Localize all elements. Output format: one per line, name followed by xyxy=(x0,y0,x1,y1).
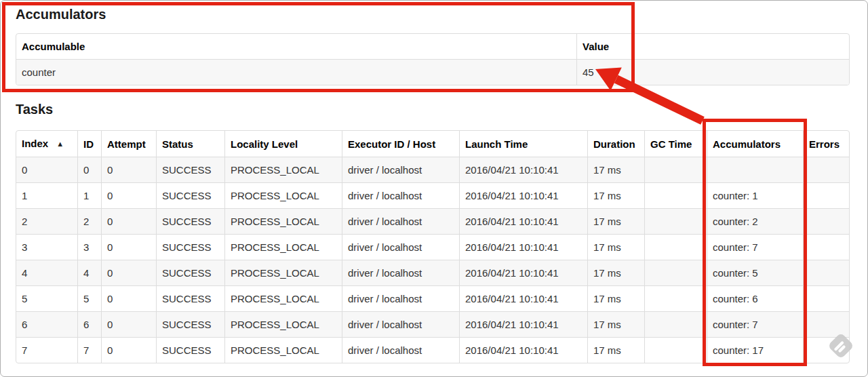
task-accumulators-cell: counter: 1 xyxy=(707,182,803,208)
task-id-cell: 6 xyxy=(77,311,101,337)
tasks-table-container: Index▲ ID Attempt Status Locality Level … xyxy=(16,130,850,363)
column-header-executor-id-host[interactable]: Executor ID / Host xyxy=(342,131,459,157)
task-locality-cell: PROCESS_LOCAL xyxy=(224,208,342,234)
accumulators-section-title: Accumulators xyxy=(16,7,106,22)
task-executor-cell: driver / localhost xyxy=(342,234,459,260)
task-status-cell: SUCCESS xyxy=(156,260,224,285)
task-id-cell: 1 xyxy=(77,182,101,208)
column-header-locality-level[interactable]: Locality Level xyxy=(224,131,342,157)
column-header-duration[interactable]: Duration xyxy=(587,131,644,157)
task-gc-time-cell xyxy=(644,311,707,337)
task-gc-time-cell xyxy=(644,157,707,182)
spark-ui-stage-page: Accumulators Accumulable Value counter 4… xyxy=(0,0,868,377)
task-errors-cell xyxy=(803,157,849,182)
task-errors-cell xyxy=(803,337,849,363)
task-attempt-cell: 0 xyxy=(101,234,156,260)
task-locality-cell: PROCESS_LOCAL xyxy=(224,337,342,363)
task-status-cell: SUCCESS xyxy=(156,311,224,337)
task-gc-time-cell xyxy=(644,208,707,234)
task-row: 5 5 0 SUCCESS PROCESS_LOCAL driver / loc… xyxy=(16,285,849,311)
task-id-cell: 0 xyxy=(77,157,101,182)
task-index-cell: 7 xyxy=(16,337,77,363)
index-header-label: Index xyxy=(22,138,48,149)
task-attempt-cell: 0 xyxy=(101,311,156,337)
task-index-cell: 2 xyxy=(16,208,77,234)
task-duration-cell: 17 ms xyxy=(587,337,644,363)
task-row: 4 4 0 SUCCESS PROCESS_LOCAL driver / loc… xyxy=(16,260,849,285)
task-gc-time-cell xyxy=(644,182,707,208)
task-launch-time-cell: 2016/04/21 10:10:41 xyxy=(459,182,587,208)
sort-ascending-icon: ▲ xyxy=(56,140,64,148)
task-id-cell: 5 xyxy=(77,285,101,311)
task-launch-time-cell: 2016/04/21 10:10:41 xyxy=(459,337,587,363)
task-executor-cell: driver / localhost xyxy=(342,208,459,234)
task-locality-cell: PROCESS_LOCAL xyxy=(224,311,342,337)
task-row: 6 6 0 SUCCESS PROCESS_LOCAL driver / loc… xyxy=(16,311,849,337)
task-duration-cell: 17 ms xyxy=(587,182,644,208)
task-row: 3 3 0 SUCCESS PROCESS_LOCAL driver / loc… xyxy=(16,234,849,260)
task-duration-cell: 17 ms xyxy=(587,208,644,234)
column-header-gc-time[interactable]: GC Time xyxy=(644,131,707,157)
accumulators-table: Accumulable Value counter 45 xyxy=(16,34,849,85)
task-index-cell: 3 xyxy=(16,234,77,260)
accumulable-name-cell: counter xyxy=(16,59,576,85)
column-header-accumulable[interactable]: Accumulable xyxy=(16,34,576,59)
task-accumulators-cell xyxy=(707,157,803,182)
column-header-launch-time[interactable]: Launch Time xyxy=(459,131,587,157)
task-accumulators-cell: counter: 7 xyxy=(707,311,803,337)
column-header-status[interactable]: Status xyxy=(156,131,224,157)
task-duration-cell: 17 ms xyxy=(587,234,644,260)
task-duration-cell: 17 ms xyxy=(587,157,644,182)
task-locality-cell: PROCESS_LOCAL xyxy=(224,157,342,182)
task-accumulators-cell: counter: 7 xyxy=(707,234,803,260)
task-locality-cell: PROCESS_LOCAL xyxy=(224,182,342,208)
task-index-cell: 1 xyxy=(16,182,77,208)
task-status-cell: SUCCESS xyxy=(156,285,224,311)
accumulator-row: counter 45 xyxy=(16,59,849,85)
task-row: 1 1 0 SUCCESS PROCESS_LOCAL driver / loc… xyxy=(16,182,849,208)
tasks-table: Index▲ ID Attempt Status Locality Level … xyxy=(16,131,849,363)
task-accumulators-cell: counter: 2 xyxy=(707,208,803,234)
task-errors-cell xyxy=(803,311,849,337)
task-attempt-cell: 0 xyxy=(101,182,156,208)
task-errors-cell xyxy=(803,208,849,234)
task-status-cell: SUCCESS xyxy=(156,208,224,234)
task-duration-cell: 17 ms xyxy=(587,285,644,311)
task-launch-time-cell: 2016/04/21 10:10:41 xyxy=(459,311,587,337)
column-header-id[interactable]: ID xyxy=(77,131,101,157)
task-id-cell: 4 xyxy=(77,260,101,285)
task-attempt-cell: 0 xyxy=(101,260,156,285)
task-attempt-cell: 0 xyxy=(101,157,156,182)
column-header-index[interactable]: Index▲ xyxy=(16,131,77,157)
column-header-accumulators[interactable]: Accumulators xyxy=(707,131,803,157)
task-status-cell: SUCCESS xyxy=(156,182,224,208)
task-id-cell: 2 xyxy=(77,208,101,234)
task-id-cell: 3 xyxy=(77,234,101,260)
tasks-table-header-row: Index▲ ID Attempt Status Locality Level … xyxy=(16,131,849,157)
task-duration-cell: 17 ms xyxy=(587,311,644,337)
task-row: 7 7 0 SUCCESS PROCESS_LOCAL driver / loc… xyxy=(16,337,849,363)
task-executor-cell: driver / localhost xyxy=(342,260,459,285)
task-launch-time-cell: 2016/04/21 10:10:41 xyxy=(459,285,587,311)
task-locality-cell: PROCESS_LOCAL xyxy=(224,234,342,260)
task-attempt-cell: 0 xyxy=(101,337,156,363)
task-id-cell: 7 xyxy=(77,337,101,363)
column-header-value[interactable]: Value xyxy=(576,34,849,59)
accumulators-table-container: Accumulable Value counter 45 xyxy=(16,33,850,85)
task-locality-cell: PROCESS_LOCAL xyxy=(224,260,342,285)
task-row: 2 2 0 SUCCESS PROCESS_LOCAL driver / loc… xyxy=(16,208,849,234)
task-errors-cell xyxy=(803,234,849,260)
task-launch-time-cell: 2016/04/21 10:10:41 xyxy=(459,208,587,234)
task-accumulators-cell: counter: 17 xyxy=(707,337,803,363)
column-header-attempt[interactable]: Attempt xyxy=(101,131,156,157)
task-attempt-cell: 0 xyxy=(101,208,156,234)
task-gc-time-cell xyxy=(644,260,707,285)
task-status-cell: SUCCESS xyxy=(156,234,224,260)
task-errors-cell xyxy=(803,260,849,285)
task-launch-time-cell: 2016/04/21 10:10:41 xyxy=(459,157,587,182)
task-duration-cell: 17 ms xyxy=(587,260,644,285)
task-accumulators-cell: counter: 5 xyxy=(707,260,803,285)
column-header-errors[interactable]: Errors xyxy=(803,131,849,157)
task-status-cell: SUCCESS xyxy=(156,337,224,363)
task-accumulators-cell: counter: 6 xyxy=(707,285,803,311)
